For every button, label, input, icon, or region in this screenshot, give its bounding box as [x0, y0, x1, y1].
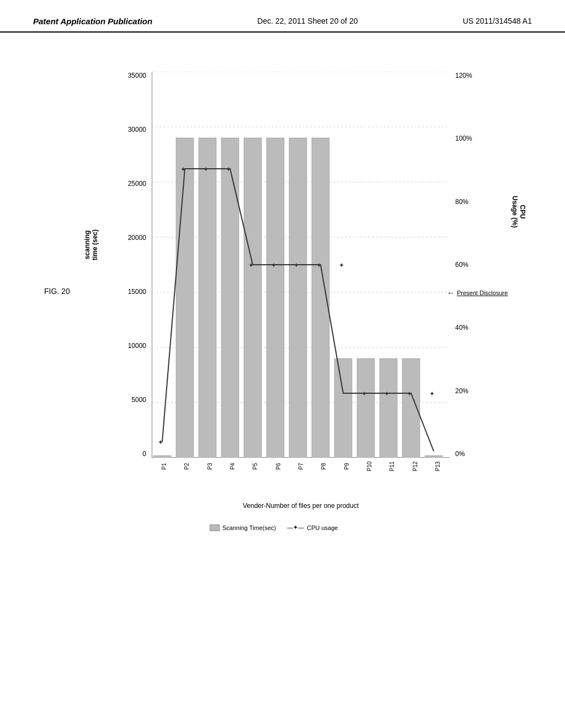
x-tick-p13: P13: [434, 456, 440, 477]
svg-text:✦: ✦: [271, 261, 276, 269]
svg-rect-15: [289, 138, 307, 458]
x-axis-title: Vender-Number of files per one product: [152, 502, 450, 510]
svg-rect-13: [244, 138, 262, 458]
y-axis-left-label: scanning time (sec): [83, 212, 99, 278]
x-tick-p9: P9: [343, 456, 349, 477]
svg-text:✦: ✦: [361, 390, 367, 398]
arrow-icon: ←: [447, 288, 455, 297]
svg-text:✦: ✦: [248, 261, 254, 269]
y-left-tick-7: 0: [142, 450, 149, 458]
y-axis-right-label: CPU Usage (%): [511, 184, 526, 239]
svg-rect-17: [334, 358, 352, 458]
y-left-tick-4: 15000: [128, 288, 149, 296]
svg-text:✦: ✦: [429, 390, 435, 398]
chart-svg: ✦ ✦ ✦ ✦ ✦ ✦ ✦ ✦ ✦ ✦ ✦ ✦ ✦: [152, 72, 450, 458]
x-tick-p4: P4: [229, 456, 235, 477]
y-axis-left: 35000 30000 25000 20000 15000 10000 5000…: [99, 72, 149, 458]
svg-text:✦: ✦: [316, 261, 322, 269]
y-axis-right: 120% 100% 80% 60% 40% 20% 0%: [452, 72, 497, 458]
x-tick-p10: P10: [366, 456, 372, 477]
svg-rect-12: [221, 138, 239, 458]
y-right-tick-5: 20%: [452, 387, 471, 395]
page-header: Patent Application Publication Dec. 22, …: [0, 0, 565, 33]
x-tick-p11: P11: [389, 456, 395, 477]
x-tick-p7: P7: [297, 456, 303, 477]
y-right-tick-0: 120%: [452, 72, 475, 79]
x-tick-p1: P1: [161, 456, 167, 477]
present-disclosure-label: Present Disclosure: [457, 290, 508, 296]
svg-text:✦: ✦: [339, 261, 344, 269]
legend-scanning-time: Scanning Time(sec): [210, 524, 276, 531]
x-tick-p2: P2: [184, 456, 190, 477]
svg-text:✦: ✦: [180, 165, 186, 173]
y-right-tick-1: 100%: [452, 135, 475, 142]
svg-text:✦: ✦: [203, 165, 209, 173]
x-tick-p5: P5: [252, 456, 258, 477]
cpu-line-swatch: —✦—: [287, 524, 304, 531]
y-right-tick-4: 40%: [452, 324, 471, 331]
figure-label: FIG. 20: [44, 287, 70, 296]
y-left-tick-1: 30000: [128, 126, 149, 133]
scanning-time-legend-label: Scanning Time(sec): [222, 524, 276, 531]
svg-text:✦: ✦: [226, 165, 231, 173]
chart-area: 35000 30000 25000 20000 15000 10000 5000…: [99, 72, 513, 596]
svg-rect-14: [266, 138, 284, 458]
legend-cpu-usage: —✦— CPU usage: [287, 524, 338, 531]
x-tick-p3: P3: [206, 456, 212, 477]
y-left-tick-0: 35000: [128, 72, 149, 79]
svg-rect-11: [199, 138, 216, 458]
x-tick-p6: P6: [275, 456, 281, 477]
cpu-usage-legend-label: CPU usage: [307, 524, 338, 531]
y-left-tick-3: 20000: [128, 234, 149, 242]
scanning-time-swatch: [210, 524, 220, 531]
y-left-tick-5: 10000: [128, 342, 149, 350]
x-tick-p12: P12: [412, 456, 418, 477]
svg-rect-18: [357, 358, 375, 458]
x-tick-p8: P8: [321, 456, 327, 477]
y-right-tick-3: 60%: [452, 261, 471, 269]
svg-text:✦: ✦: [384, 390, 390, 398]
y-right-tick-6: 0%: [452, 450, 467, 458]
svg-rect-19: [380, 358, 397, 458]
x-axis-labels: P1 P2 P3 P4 P5 P6 P7 P8 P9 P10 P11 P12 P…: [152, 458, 450, 469]
svg-text:✦: ✦: [158, 438, 163, 446]
svg-rect-10: [176, 138, 194, 458]
y-left-tick-2: 25000: [128, 180, 149, 188]
header-publication-label: Patent Application Publication: [33, 17, 152, 26]
header-patent-number: US 2011/314548 A1: [463, 17, 532, 25]
y-left-tick-6: 5000: [131, 396, 149, 404]
legend-row: Scanning Time(sec) —✦— CPU usage: [210, 524, 338, 531]
svg-text:✦: ✦: [294, 261, 299, 269]
y-right-tick-2: 80%: [452, 198, 471, 206]
svg-text:✦: ✦: [407, 390, 412, 398]
header-date-sheet: Dec. 22, 2011 Sheet 20 of 20: [257, 17, 358, 25]
